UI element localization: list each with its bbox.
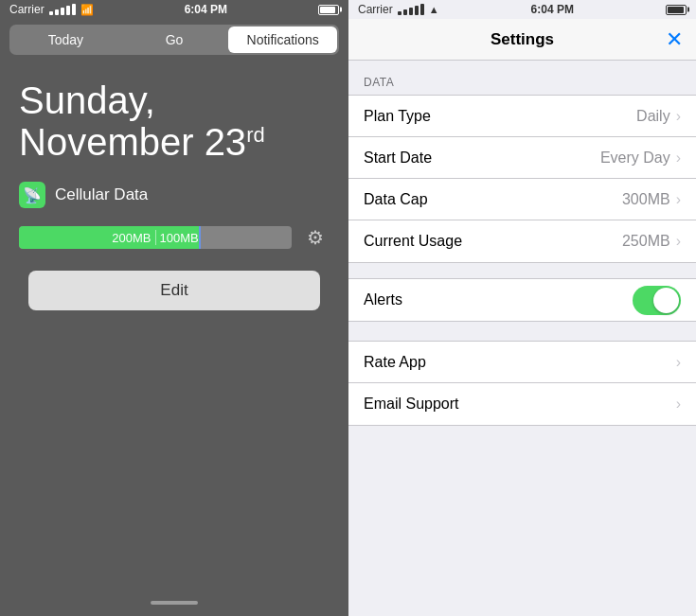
right-carrier: Carrier (358, 3, 393, 16)
start-date-label: Start Date (364, 150, 432, 167)
progress-divider (155, 230, 156, 245)
progress-cap: 100MB (160, 231, 199, 245)
rate-app-label: Rate App (364, 354, 426, 371)
cellular-label: Cellular Data (55, 185, 148, 204)
data-cap-chevron: › (676, 191, 681, 208)
progress-used: 200MB (112, 231, 151, 245)
plan-type-value: Daily (636, 108, 670, 125)
right-status-bar: Carrier ▲ 6:04 PM (348, 0, 696, 19)
tab-go[interactable]: Go (120, 26, 229, 53)
wifi-icon: 📶 (80, 4, 94, 16)
edit-btn-wrap: Edit (0, 257, 348, 324)
start-date-row[interactable]: Start Date Every Day › (348, 137, 696, 179)
right-time: 6:04 PM (531, 3, 574, 16)
tab-bar: Today Go Notifications (9, 25, 339, 55)
gear-icon[interactable]: ⚙ (301, 223, 330, 252)
data-section-header: DATA (348, 61, 696, 95)
right-wifi-icon: ▲ (429, 4, 439, 15)
tab-today[interactable]: Today (11, 26, 120, 53)
email-support-label: Email Support (364, 396, 459, 413)
right-battery-icon (666, 5, 687, 15)
left-panel: Carrier 📶 6:04 PM Today Go Notifications… (0, 0, 348, 616)
cellular-icon: 📡 (19, 182, 45, 208)
data-cap-value: 300MB (622, 191, 670, 208)
date-line2: November 23rd (19, 121, 330, 163)
home-indicator (151, 601, 198, 605)
battery-icon (318, 5, 339, 15)
right-status-left: Carrier ▲ (358, 3, 439, 16)
start-date-value: Every Day (600, 150, 670, 167)
date-area: Sunday, November 23rd (0, 61, 348, 172)
settings-header: Settings ✕ (348, 19, 696, 61)
toggle-knob (653, 288, 679, 313)
data-cap-row[interactable]: Data Cap 300MB › (348, 179, 696, 220)
settings-title: Settings (491, 30, 554, 49)
left-status-bar-right (318, 5, 339, 15)
plan-type-label: Plan Type (364, 108, 431, 125)
edit-button[interactable]: Edit (28, 271, 320, 310)
data-table-group: Plan Type Daily › Start Date Every Day ›… (348, 95, 696, 263)
current-usage-value: 250MB (622, 233, 670, 250)
other-group: Rate App › Email Support › (348, 341, 696, 426)
plan-type-row[interactable]: Plan Type Daily › (348, 96, 696, 137)
right-status-right (666, 5, 687, 15)
data-cap-label: Data Cap (364, 191, 428, 208)
current-usage-label: Current Usage (364, 233, 462, 250)
current-usage-value-wrap: 250MB › (622, 233, 681, 250)
progress-bar: 200MB 100MB (19, 226, 292, 249)
email-support-row[interactable]: Email Support › (348, 383, 696, 425)
start-date-value-wrap: Every Day › (600, 150, 681, 167)
right-panel: Carrier ▲ 6:04 PM Settings ✕ DATA Plan T… (348, 0, 696, 616)
current-usage-chevron: › (676, 233, 681, 250)
signal-icon (49, 4, 76, 15)
cellular-row: 📡 Cellular Data (0, 172, 348, 218)
alerts-label: Alerts (364, 291, 402, 308)
plan-type-chevron: › (676, 108, 681, 125)
left-status-bar-left: Carrier 📶 (9, 3, 94, 16)
progress-container: 200MB 100MB ⚙ (19, 223, 330, 252)
carrier-text: Carrier (9, 3, 45, 16)
data-cap-value-wrap: 300MB › (622, 191, 681, 208)
alerts-group: Alerts (348, 278, 696, 322)
email-support-chevron: › (676, 396, 681, 413)
close-button[interactable]: ✕ (666, 29, 683, 50)
rate-app-row[interactable]: Rate App › (348, 342, 696, 383)
current-usage-row[interactable]: Current Usage 250MB › (348, 220, 696, 262)
alerts-toggle[interactable] (633, 286, 681, 315)
left-status-bar: Carrier 📶 6:04 PM (0, 0, 348, 19)
alerts-row: Alerts (348, 279, 696, 321)
left-time: 6:04 PM (185, 3, 227, 16)
plan-type-value-wrap: Daily › (636, 108, 681, 125)
date-line1: Sunday, (19, 79, 330, 121)
start-date-chevron: › (676, 150, 681, 167)
rate-app-chevron: › (676, 354, 681, 371)
right-signal-icon (398, 4, 424, 15)
tab-notifications[interactable]: Notifications (228, 26, 337, 53)
progress-labels: 200MB 100MB (19, 230, 292, 245)
